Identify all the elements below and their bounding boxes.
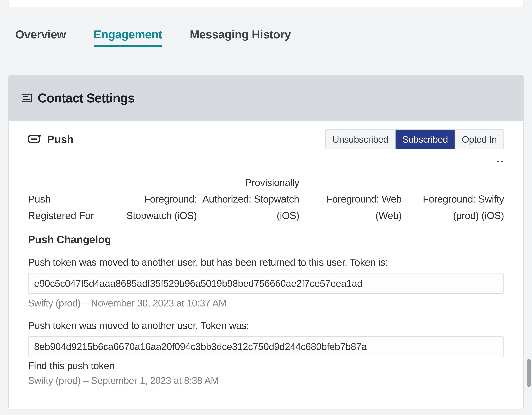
push-label-group: Push [28, 133, 74, 146]
push-registered-label: Push Registered For [28, 191, 95, 224]
card-body: Push Unsubscribed Subscribed Opted In --… [9, 121, 523, 386]
profile-tabs: Overview Engagement Messaging History [15, 28, 291, 47]
tab-messaging-history[interactable]: Messaging History [190, 28, 291, 45]
changelog-entry-0: Push token was moved to another user, bu… [28, 257, 504, 309]
tab-engagement[interactable]: Engagement [94, 28, 162, 47]
card-header: Contact Settings [9, 75, 523, 121]
push-registered-col-3: Foreground: Swifty (prod) (iOS) [406, 191, 504, 224]
changelog-message: Push token was moved to another user. To… [28, 320, 504, 331]
tab-overview[interactable]: Overview [15, 28, 66, 45]
changelog-message: Push token was moved to another user, bu… [28, 257, 504, 268]
push-changelog-title: Push Changelog [28, 233, 504, 245]
push-header-row: Push Unsubscribed Subscribed Opted In [28, 129, 504, 149]
push-subscription-segmented: Unsubscribed Subscribed Opted In [325, 129, 504, 149]
push-label: Push [47, 133, 74, 146]
seg-opted-in[interactable]: Opted In [455, 130, 504, 149]
push-icon [28, 135, 41, 144]
find-push-token-link[interactable]: Find this push token [28, 360, 114, 371]
scrollbar-thumb[interactable] [527, 359, 531, 387]
previous-card-edge [8, 0, 524, 7]
changelog-meta: Swifty (prod) – September 1, 2023 at 8:3… [28, 375, 504, 386]
changelog-token[interactable]: e90c5c047f5d4aaa8685adf35f529b96a5019b98… [28, 273, 504, 294]
changelog-entry-1: Push token was moved to another user. To… [28, 320, 504, 386]
push-registered-col-2: Foreground: Web (Web) [304, 191, 402, 224]
changelog-token[interactable]: 8eb904d9215b6ca6670a16aa20f094c3bb3dce31… [28, 336, 504, 357]
contact-settings-card: Contact Settings Push Unsubscribed [8, 75, 524, 409]
contact-card-icon [22, 94, 32, 102]
seg-unsubscribed[interactable]: Unsubscribed [326, 130, 396, 149]
push-value-placeholder: -- [28, 155, 504, 166]
push-registered-row: Push Registered For Foreground: Stopwatc… [28, 174, 504, 224]
page-root: Overview Engagement Messaging History Co… [0, 0, 532, 415]
push-registered-col-1: Provisionally Authorized: Stopwatch (iOS… [201, 174, 299, 224]
seg-subscribed[interactable]: Subscribed [396, 130, 455, 149]
svg-rect-0 [22, 94, 32, 102]
push-registered-col-0: Foreground: Stopwatch (iOS) [99, 191, 197, 224]
card-title: Contact Settings [38, 91, 134, 105]
svg-point-5 [38, 135, 41, 137]
changelog-meta: Swifty (prod) – November 30, 2023 at 10:… [28, 298, 504, 309]
